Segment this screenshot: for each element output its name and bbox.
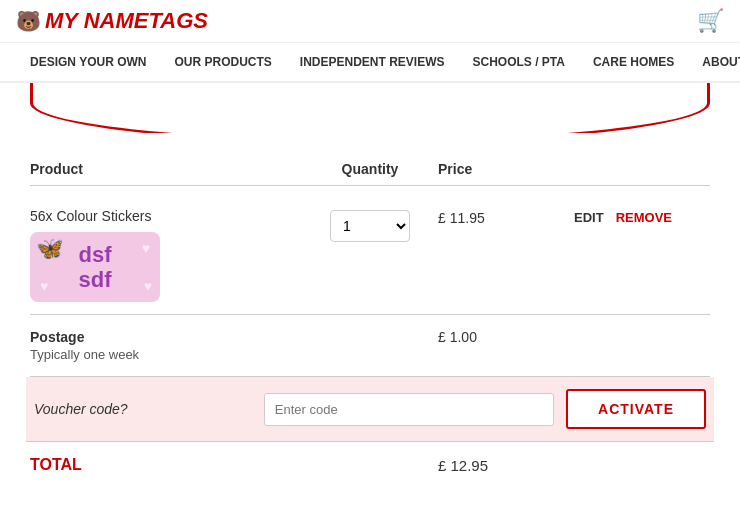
product-name: 56x Colour Stickers [30,208,302,224]
nav-item-about[interactable]: ABOUT US / CONTACT [688,43,740,81]
edit-button[interactable]: EDIT [574,210,604,225]
col-price-header: Price [438,161,574,177]
voucher-input-wrap [264,393,554,426]
product-row: 56x Colour Stickers 🦋 ♥ ♥ ♥ dsf sdf 1 2 … [30,196,710,315]
product-actions: EDIT REMOVE [574,208,710,225]
logo[interactable]: 🐻 MY NAMETAGS [16,8,208,34]
logo-bear-icon: 🐻 [16,9,41,33]
postage-price: £ 1.00 [438,329,574,345]
col-quantity-header: Quantity [302,161,438,177]
total-price: £ 12.95 [438,457,574,474]
main-nav: DESIGN YOUR OWN OUR PRODUCTS INDEPENDENT… [0,43,740,83]
activate-button[interactable]: ACTIVATE [566,389,706,429]
voucher-input[interactable] [264,393,554,426]
total-label: TOTAL [30,456,302,474]
cart-icon[interactable]: 🛒 [697,8,724,34]
nav-item-reviews[interactable]: INDEPENDENT REVIEWS [286,43,459,81]
postage-label: Postage Typically one week [30,329,302,362]
postage-row: Postage Typically one week £ 1.00 [30,315,710,377]
product-info: 56x Colour Stickers 🦋 ♥ ♥ ♥ dsf sdf [30,208,302,302]
nav-item-care-homes[interactable]: CARE HOMES [579,43,688,81]
heart-icon-2: ♥ [40,278,48,294]
col-product-header: Product [30,161,302,177]
product-sticker-image: 🦋 ♥ ♥ ♥ dsf sdf [30,232,160,302]
product-quantity-col: 1 2 3 4 5 [302,208,438,242]
header: 🐻 MY NAMETAGS 🛒 [0,0,740,43]
butterfly-icon: 🦋 [36,236,63,262]
logo-text: MY NAMETAGS [45,8,208,34]
product-price: £ 11.95 [438,208,574,226]
remove-button[interactable]: REMOVE [616,210,672,225]
voucher-label: Voucher code? [34,401,252,417]
postage-sublabel: Typically one week [30,347,302,362]
voucher-row: Voucher code? ACTIVATE [26,377,714,442]
main-content: Product Quantity Price 56x Colour Sticke… [0,133,740,508]
quantity-select[interactable]: 1 2 3 4 5 [330,210,410,242]
nav-item-products[interactable]: OUR PRODUCTS [160,43,285,81]
sticker-text: dsf sdf [79,242,112,293]
postage-name: Postage [30,329,302,345]
heart-icon-3: ♥ [144,278,152,294]
table-header: Product Quantity Price [30,153,710,186]
nav-item-schools[interactable]: SCHOOLS / PTA [459,43,579,81]
total-row: TOTAL £ 12.95 [30,442,710,488]
arch-shape [30,83,710,133]
arch-bar [0,83,740,133]
heart-icon-1: ♥ [142,240,150,256]
nav-item-design[interactable]: DESIGN YOUR OWN [16,43,160,81]
